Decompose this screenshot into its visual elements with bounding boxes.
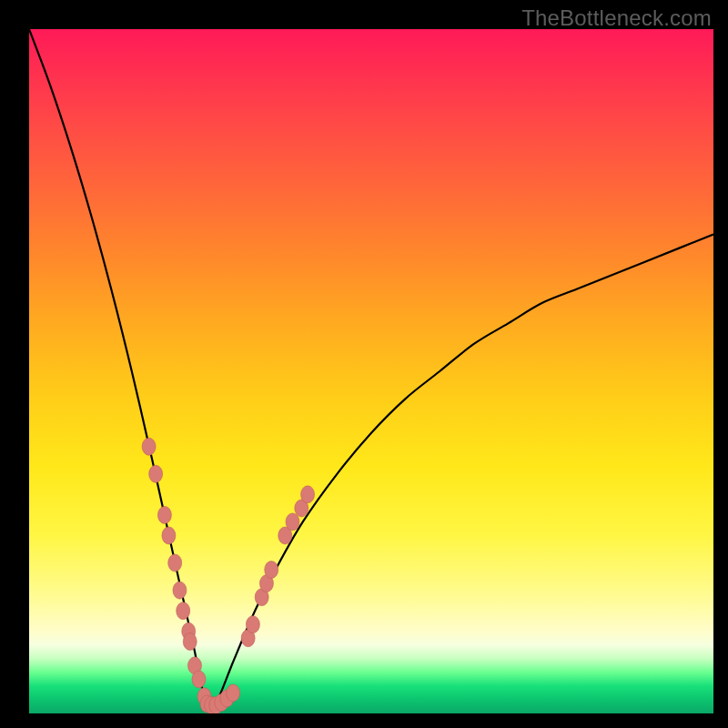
- marker-dot: [157, 506, 171, 523]
- marker-dot: [168, 554, 182, 571]
- marker-dot: [177, 602, 190, 620]
- plot-area: [29, 29, 713, 713]
- chart-frame: TheBottleneck.com: [0, 0, 728, 728]
- marker-dot: [192, 671, 206, 688]
- marker-dot: [183, 633, 197, 651]
- marker-dot: [173, 581, 187, 599]
- marker-dot: [246, 616, 259, 633]
- marker-dot: [286, 513, 299, 531]
- marker-dot: [142, 438, 156, 455]
- bottleneck-curve: [29, 29, 713, 709]
- chart-overlay: [29, 29, 713, 713]
- marker-dot: [227, 684, 240, 702]
- marker-dot: [162, 527, 176, 544]
- marker-dot: [301, 486, 315, 503]
- marker-dot: [149, 465, 163, 482]
- watermark-text: TheBottleneck.com: [521, 5, 712, 31]
- marker-dot: [265, 561, 278, 579]
